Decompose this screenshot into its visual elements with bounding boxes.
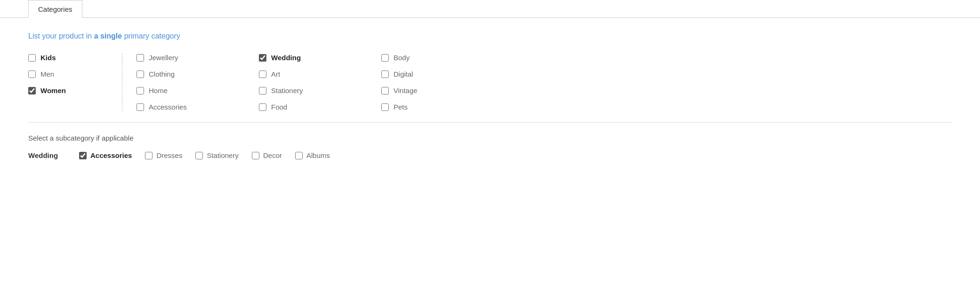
checkbox-sub-dresses[interactable] — [145, 152, 153, 159]
checkbox-stationery[interactable] — [259, 87, 266, 94]
label-sub-dresses: Dresses — [156, 151, 182, 159]
label-home: Home — [149, 87, 168, 94]
category-item-women[interactable]: Women — [28, 87, 112, 94]
category-item-body[interactable]: Body — [381, 54, 475, 62]
subcategory-row: Wedding Accessories Dresses Stationery D… — [28, 151, 952, 159]
label-sub-decor: Decor — [263, 151, 282, 159]
label-body: Body — [394, 54, 410, 62]
checkbox-jewellery[interactable] — [137, 54, 144, 62]
category-item-vintage[interactable]: Vintage — [381, 87, 475, 94]
label-kids: Kids — [40, 54, 56, 62]
subcategory-item-stationery[interactable]: Stationery — [195, 151, 239, 159]
label-wedding: Wedding — [271, 54, 301, 62]
label-jewellery: Jewellery — [149, 54, 178, 62]
label-accessories: Accessories — [149, 103, 187, 111]
checkbox-digital[interactable] — [381, 71, 389, 78]
category-column-fourth: Body Digital Vintage Pets — [381, 54, 475, 111]
category-item-stationery[interactable]: Stationery — [259, 87, 353, 94]
checkbox-men[interactable] — [28, 71, 36, 78]
checkbox-body[interactable] — [381, 54, 389, 62]
category-item-home[interactable]: Home — [137, 87, 231, 94]
category-item-food[interactable]: Food — [259, 103, 353, 111]
checkbox-pets[interactable] — [381, 103, 389, 111]
subcategory-item-dresses[interactable]: Dresses — [145, 151, 182, 159]
label-digital: Digital — [394, 70, 413, 78]
checkbox-vintage[interactable] — [381, 87, 389, 94]
category-item-accessories[interactable]: Accessories — [137, 103, 231, 111]
label-men: Men — [40, 70, 54, 78]
instruction-prefix: List your product in — [28, 32, 94, 40]
category-item-art[interactable]: Art — [259, 70, 353, 78]
category-item-jewellery[interactable]: Jewellery — [137, 54, 231, 62]
instruction-bold: a single — [94, 32, 122, 40]
label-sub-stationery: Stationery — [207, 151, 239, 159]
category-column-first: Kids Men Women — [28, 54, 122, 111]
category-column-second: Jewellery Clothing Home Accessories — [137, 54, 231, 111]
label-women: Women — [40, 87, 66, 94]
checkbox-food[interactable] — [259, 103, 266, 111]
section-divider — [28, 122, 952, 123]
checkbox-sub-stationery[interactable] — [195, 152, 203, 159]
checkbox-sub-accessories[interactable] — [79, 152, 87, 159]
checkbox-sub-decor[interactable] — [252, 152, 259, 159]
subcategory-item-albums[interactable]: Albums — [295, 151, 330, 159]
instruction-text: List your product in a single primary ca… — [28, 32, 952, 40]
checkbox-kids[interactable] — [28, 54, 36, 62]
category-item-wedding[interactable]: Wedding — [259, 54, 353, 62]
category-item-kids[interactable]: Kids — [28, 54, 112, 62]
checkbox-accessories[interactable] — [137, 103, 144, 111]
label-food: Food — [271, 103, 287, 111]
checkbox-sub-albums[interactable] — [295, 152, 303, 159]
label-sub-accessories: Accessories — [90, 151, 132, 159]
subcategory-item-accessories[interactable]: Accessories — [79, 151, 132, 159]
label-sub-albums: Albums — [306, 151, 330, 159]
checkbox-clothing[interactable] — [137, 71, 144, 78]
category-column-third: Wedding Art Stationery Food — [259, 54, 353, 111]
subcategory-instruction: Select a subcategory if applicable — [28, 134, 952, 142]
tab-categories[interactable]: Categories — [28, 0, 82, 18]
categories-grid: Kids Men Women Jewellery Clothing — [28, 54, 952, 111]
category-item-men[interactable]: Men — [28, 70, 112, 78]
checkbox-women[interactable] — [28, 87, 36, 94]
subcategory-item-decor[interactable]: Decor — [252, 151, 282, 159]
tab-bar: Categories — [0, 0, 980, 18]
category-item-digital[interactable]: Digital — [381, 70, 475, 78]
main-content: List your product in a single primary ca… — [0, 27, 980, 173]
label-clothing: Clothing — [149, 70, 175, 78]
checkbox-art[interactable] — [259, 71, 266, 78]
label-art: Art — [271, 70, 280, 78]
subcategory-group-label: Wedding — [28, 151, 66, 159]
instruction-suffix: primary category — [122, 32, 180, 40]
checkbox-home[interactable] — [137, 87, 144, 94]
subcategory-section: Select a subcategory if applicable Weddi… — [28, 134, 952, 159]
label-vintage: Vintage — [394, 87, 418, 94]
label-pets: Pets — [394, 103, 408, 111]
category-item-pets[interactable]: Pets — [381, 103, 475, 111]
checkbox-wedding[interactable] — [259, 54, 266, 62]
label-stationery: Stationery — [271, 87, 303, 94]
category-item-clothing[interactable]: Clothing — [137, 70, 231, 78]
